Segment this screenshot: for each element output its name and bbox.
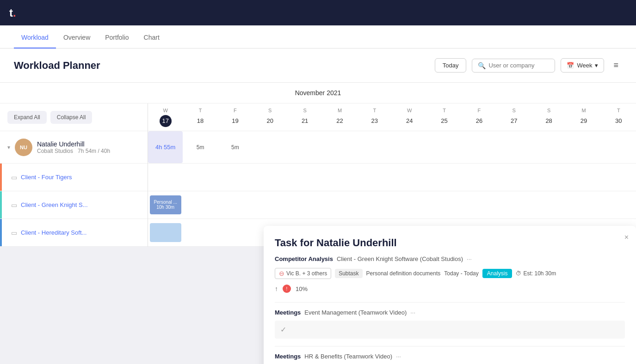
proj-cell-1-9 (462, 191, 496, 218)
proj-cell-1-10 (497, 191, 531, 218)
time-cell-6 (357, 131, 392, 163)
time-cell-5 (322, 131, 357, 163)
tab-bar: Workload Overview Portfolio Chart (0, 25, 636, 49)
cal-day-3: S 20 (253, 108, 287, 127)
tab-overview[interactable]: Overview (56, 27, 98, 49)
proj-cell-1-2 (218, 191, 253, 218)
tab-chart[interactable]: Chart (136, 27, 167, 49)
logo-dot: . (13, 6, 16, 19)
cal-day-12: M 29 (566, 108, 601, 127)
cal-day-4: S 21 (287, 108, 322, 127)
planner-container: November 2021 Expand All Collapse All ▾ … (0, 83, 636, 247)
cal-day-0: W 17 (148, 108, 183, 127)
tab-portfolio[interactable]: Portfolio (98, 27, 136, 49)
controls-row: Expand All Collapse All (0, 103, 148, 131)
time-cell-10 (497, 131, 531, 163)
cal-day-13: T 30 (601, 108, 636, 127)
proj-cell-1-8 (427, 191, 462, 218)
calendar-icon: 📅 (567, 62, 574, 69)
task-panel: × Task for Natalie Underhill Competitor … (264, 226, 636, 247)
proj-cell-0-0 (148, 164, 183, 191)
proj-cell-1-3 (253, 191, 287, 218)
cal-day-6: T 23 (357, 108, 392, 127)
project-icon-1: ▭ (11, 201, 17, 209)
chevron-down-icon: ▾ (595, 62, 598, 69)
time-cell-9 (462, 131, 496, 163)
proj-cell-0-5 (322, 164, 357, 191)
project-name-1[interactable]: Client - Green Knight S... (21, 201, 88, 208)
search-box: 🔍 (472, 59, 555, 73)
proj-cell-0-3 (253, 164, 287, 191)
time-cell-0[interactable]: 4h 55m (148, 131, 183, 163)
planner-grid: Expand All Collapse All ▾ NU Natalie Und… (0, 103, 636, 247)
search-input[interactable] (488, 62, 549, 69)
task-panel-title: Task for Natalie Underhill (275, 237, 625, 247)
time-cell-12 (566, 131, 601, 163)
search-icon: 🔍 (478, 62, 486, 69)
week-label: Week (577, 62, 592, 69)
left-panel: Expand All Collapse All ▾ NU Natalie Und… (0, 103, 148, 247)
proj-cell-1-7 (392, 191, 427, 218)
proj-cell-0-11 (531, 164, 566, 191)
proj-cell-0-9 (462, 164, 496, 191)
proj-cell-1-0[interactable]: Personal ... 10h 30m (148, 191, 183, 218)
task-panel-close-button[interactable]: × (624, 233, 629, 242)
header-controls: Today 🔍 📅 Week ▾ ≡ (435, 57, 622, 74)
proj-cell-0-1 (183, 164, 217, 191)
cal-day-9: F 26 (462, 108, 496, 127)
proj-cell-1-11 (531, 191, 566, 218)
proj-cell-1-5 (322, 191, 357, 218)
project-name-2[interactable]: Client - Hereditary Soft... (21, 229, 86, 236)
project-name-0[interactable]: Client - Four Tigers (21, 174, 72, 181)
time-cell-1: 5m (183, 131, 217, 163)
cal-day-5: M 22 (322, 108, 357, 127)
proj-cell-1-12 (566, 191, 601, 218)
proj-cell-1-13 (601, 191, 636, 218)
proj-cell-2-1 (183, 219, 217, 246)
proj-cell-1-1 (183, 191, 217, 218)
user-sub: Cobalt Studios 7h 54m / 40h (37, 148, 110, 154)
page-header: Workload Planner Today 🔍 📅 Week ▾ ≡ (0, 49, 636, 83)
time-cell-8 (427, 131, 462, 163)
user-name: Natalie Underhill (37, 140, 110, 148)
cal-day-1: T 18 (183, 108, 217, 127)
proj-cell-0-12 (566, 164, 601, 191)
proj-cell-0-8 (427, 164, 462, 191)
avatar: NU (15, 139, 32, 156)
month-header: November 2021 (0, 83, 636, 103)
right-panel: W 17 T 18 F 19 S 20 (148, 103, 636, 247)
filter-button[interactable]: ≡ (610, 57, 622, 74)
week-button[interactable]: 📅 Week ▾ (561, 58, 604, 73)
project-row-1: ▭ Client - Green Knight S... (0, 191, 148, 219)
time-cell-13 (601, 131, 636, 163)
expand-all-button[interactable]: Expand All (7, 111, 47, 124)
time-cell-2: 5m (218, 131, 253, 163)
tab-workload[interactable]: Workload (14, 27, 56, 49)
proj-cell-2-2 (218, 219, 253, 246)
today-button[interactable]: Today (435, 58, 467, 73)
proj-cell-0-2 (218, 164, 253, 191)
project-icon-0: ▭ (11, 174, 17, 181)
cal-day-7: W 24 (392, 108, 427, 127)
proj-cell-2-0[interactable] (148, 219, 183, 246)
proj-cell-0-7 (392, 164, 427, 191)
collapse-all-button[interactable]: Collapse All (50, 111, 93, 124)
expand-chevron[interactable]: ▾ (7, 144, 10, 151)
app-logo: t. (9, 6, 16, 19)
project-row-0: ▭ Client - Four Tigers (0, 164, 148, 191)
proj-cell-0-13 (601, 164, 636, 191)
cal-day-2: F 19 (218, 108, 253, 127)
proj-cell-1-4 (287, 191, 322, 218)
time-cell-11 (531, 131, 566, 163)
time-cell-7 (392, 131, 427, 163)
project-color-bar-0 (0, 164, 2, 191)
user-time-row: 4h 55m 5m 5m (148, 131, 636, 164)
cal-day-10: S 27 (497, 108, 531, 127)
proj-cell-0-6 (357, 164, 392, 191)
project-color-bar-1 (0, 191, 2, 218)
project-icon-2: ▭ (11, 229, 17, 237)
green-knight-task-block[interactable]: Personal ... 10h 30m (150, 195, 181, 214)
time-cell-3 (253, 131, 287, 163)
project-row-2: ▭ Client - Hereditary Soft... (0, 219, 148, 247)
time-cell-4 (287, 131, 322, 163)
